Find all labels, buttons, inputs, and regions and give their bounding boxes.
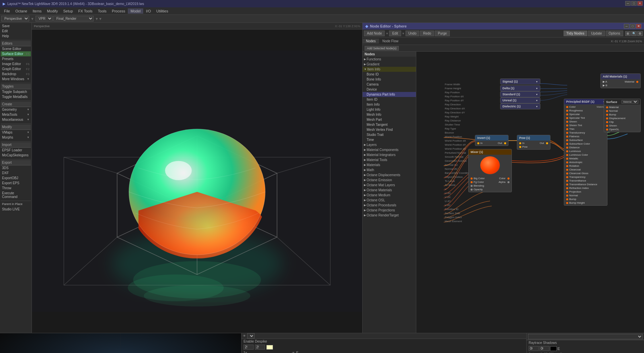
dielectric-node[interactable]: Dielectric (1) ▼: [500, 103, 540, 109]
sidebar-mocap[interactable]: MoCapSkelegons: [1, 153, 31, 158]
tree-octane-medium[interactable]: ▶ Octane Medium: [363, 193, 416, 198]
sidebar-obj[interactable]: ExportOBJ: [1, 175, 31, 181]
surface-output-node[interactable]: Surface Material Material Normal Bump Di…: [604, 99, 641, 132]
ne-view-btn-1[interactable]: ⊞: [625, 31, 631, 36]
tree-studio-trait[interactable]: Studio Trait: [363, 132, 416, 137]
sidebar-surface-editor[interactable]: Surface EditorF5: [1, 51, 31, 56]
sidebar-metatools[interactable]: MetaTools▼: [1, 112, 31, 117]
menu-io[interactable]: I/O: [143, 8, 154, 14]
color-swatch[interactable]: [266, 345, 273, 350]
main-viewport[interactable]: Perspective X:-31 Y:138 Z:91%: [32, 23, 362, 333]
render-select-1[interactable]: [528, 334, 643, 339]
tree-bone-id[interactable]: Bone ID: [363, 72, 416, 77]
sidebar-geometry[interactable]: Geometry▼: [1, 107, 31, 112]
sigma-node[interactable]: Sigma2 (1) ▼: [500, 79, 540, 85]
sidebar-parent-in-place[interactable]: Parent in Place: [1, 202, 31, 207]
raytrace-r-input[interactable]: [529, 346, 539, 351]
sidebar-morphs[interactable]: Morphs▼: [1, 135, 31, 140]
menu-file[interactable]: File: [1, 8, 13, 14]
menu-modify[interactable]: Modify: [44, 8, 60, 14]
tree-material-components[interactable]: ▶ Material Components: [363, 147, 416, 152]
sidebar-backdrop[interactable]: BackdropF3: [1, 71, 31, 77]
sidebar-help[interactable]: Help: [1, 34, 31, 39]
menu-process[interactable]: Process: [109, 8, 128, 14]
tree-octane-emission[interactable]: ▶ Octane Emission: [363, 178, 416, 183]
sidebar-more-windows[interactable]: More Windows▼: [1, 77, 31, 82]
purge-button[interactable]: Purge: [435, 31, 450, 36]
undo-button[interactable]: Undo: [406, 31, 420, 36]
sidebar-toggle-subpatch[interactable]: Toggle Subpatch: [1, 89, 31, 94]
sidebar-graph-editor[interactable]: Graph EditorF2: [1, 66, 31, 71]
sigma-expand[interactable]: ▼: [536, 81, 538, 83]
redo-button[interactable]: Redo: [420, 31, 434, 36]
unreal-expand[interactable]: ▼: [536, 99, 538, 102]
tree-octane-materials[interactable]: ▶ Octane Materials: [363, 188, 416, 193]
sidebar-toggle-metaballs[interactable]: Toggle MetaBalls: [1, 94, 31, 99]
raytrace-g-input[interactable]: [539, 346, 549, 351]
tree-camera[interactable]: Camera: [363, 82, 416, 87]
tree-octane-mat-layers[interactable]: ▶ Octane Mat Layers: [363, 183, 416, 188]
ne-view-btn-3[interactable]: ⚙: [637, 31, 643, 36]
sidebar-vmaps[interactable]: VMaps▼: [1, 130, 31, 135]
tidy-nodes-button[interactable]: Tidy Nodes: [564, 31, 588, 36]
tree-time[interactable]: Time: [363, 137, 416, 142]
tree-materials[interactable]: ▶ Materials: [363, 162, 416, 167]
sidebar-presets[interactable]: Presets: [1, 56, 31, 61]
sidebar-save[interactable]: Save: [1, 23, 31, 29]
node-canvas[interactable]: Frame Width Frame Height Ray Position Ra…: [416, 52, 644, 333]
update-button[interactable]: Update: [588, 31, 605, 36]
minimize-button[interactable]: ─: [625, 1, 631, 6]
tree-item-info[interactable]: ▼ Item Info: [363, 67, 416, 72]
tree-bone-info[interactable]: Bone Info: [363, 77, 416, 82]
props-dropdown[interactable]: [247, 333, 255, 339]
sidebar-edit[interactable]: Edit: [1, 29, 31, 34]
mixer-node[interactable]: Mixer (1) Big Color Color Fg Color: [468, 149, 512, 192]
standard-expand[interactable]: ▼: [536, 93, 538, 96]
tree-octane-render-target[interactable]: ▶ Octane RenderTarget: [363, 213, 416, 218]
add-materials-node[interactable]: Add Materials (1) ▶ A Material ▶ B: [600, 73, 641, 88]
sidebar-misc[interactable]: Miscellaneous▼: [1, 117, 31, 122]
tree-octane-displacements[interactable]: ▶ Octane Displacements: [363, 172, 416, 178]
pbsdf-node[interactable]: Principled BSDF (1) ▼ ColorMaterial Roug…: [564, 99, 607, 206]
tree-octane-projections[interactable]: ▶ Octane Projections: [363, 208, 416, 213]
tree-item-id[interactable]: Item ID: [363, 97, 416, 102]
delta-node[interactable]: Delta (1) ▼: [500, 85, 540, 91]
menu-setup[interactable]: Setup: [61, 8, 76, 14]
tree-item-info2[interactable]: Item Info: [363, 102, 416, 107]
tree-layers[interactable]: ▶ Layers: [363, 142, 416, 147]
tree-math[interactable]: ▶ Math: [363, 167, 416, 172]
unreal-node[interactable]: Unreal (1) ▼: [500, 97, 540, 103]
tree-octane-procedurals[interactable]: ▶ Octane Procedurals: [363, 203, 416, 208]
tree-material-tools[interactable]: ▶ Material Tools: [363, 157, 416, 162]
ne-tab-node-flow[interactable]: Node Flow: [379, 39, 402, 44]
sidebar-execute[interactable]: Execute Command: [1, 191, 31, 199]
tree-mesh-part[interactable]: Mesh Part: [363, 117, 416, 122]
eye-icon-2[interactable]: 👁: [292, 351, 295, 353]
sidebar-studio-live[interactable]: Studio LIVE: [1, 207, 31, 212]
view-mode-select[interactable]: Perspective: [1, 16, 29, 21]
tree-light-info[interactable]: Light Info: [363, 107, 416, 112]
ne-minimize-btn[interactable]: ─: [624, 24, 629, 29]
node-editor-window-controls[interactable]: ─ □ ✕: [624, 24, 641, 29]
add-node-button[interactable]: Add Node: [364, 31, 385, 36]
invert-node[interactable]: Invert (1) In Out: [475, 135, 508, 146]
options-button[interactable]: Options: [606, 31, 623, 36]
surface-out-select[interactable]: Material: [622, 100, 638, 104]
sidebar-dxf[interactable]: DXF: [1, 170, 31, 175]
title-bar-controls[interactable]: ─ □ ✕: [625, 1, 643, 6]
restore-button[interactable]: □: [631, 1, 637, 6]
menu-model[interactable]: Model: [128, 8, 143, 14]
close-button[interactable]: ✕: [637, 1, 643, 6]
standard-node[interactable]: Standard (1) ▼: [500, 91, 540, 97]
sidebar-eps[interactable]: Export EPS: [1, 181, 31, 186]
tree-mesh-info[interactable]: Mesh Info: [363, 112, 416, 117]
vpr-select[interactable]: VPR: [36, 16, 53, 21]
ne-close-btn[interactable]: ✕: [636, 24, 641, 29]
menu-tools[interactable]: Tools: [95, 8, 109, 14]
edit-button[interactable]: Edit: [389, 31, 401, 36]
ne-view-btn-2[interactable]: 🔍: [631, 31, 637, 36]
dielectric-expand[interactable]: ▼: [536, 105, 538, 108]
tree-gradient[interactable]: ▶ Gradient: [363, 62, 416, 67]
tree-device[interactable]: Device: [363, 87, 416, 92]
tree-material-integrators[interactable]: ▶ Material Integrators: [363, 152, 416, 157]
